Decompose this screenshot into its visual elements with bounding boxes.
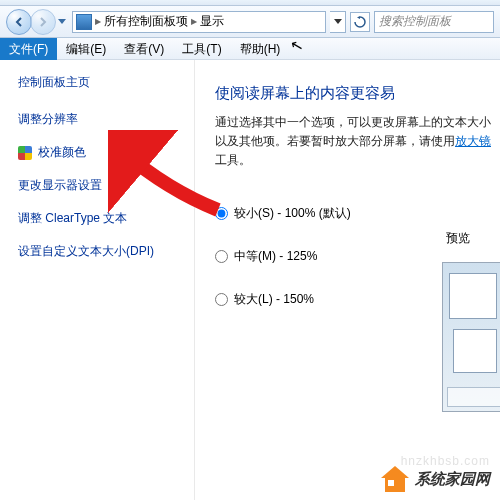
navigation-bar: ▶ 所有控制面板项 ▶ 显示 搜索控制面板 [0, 6, 500, 38]
sidebar-heading[interactable]: 控制面板主页 [18, 74, 184, 91]
preview-label: 预览 [446, 230, 470, 247]
preview-window-icon [453, 329, 497, 373]
sidebar-item-calibrate[interactable]: 校准颜色 [18, 144, 184, 161]
house-icon [381, 466, 409, 492]
option-label: 较大(L) - 150% [234, 291, 314, 308]
radio-medium[interactable] [215, 250, 228, 263]
option-label: 较小(S) - 100% (默认) [234, 205, 351, 222]
sidebar-item-label: 校准颜色 [38, 144, 86, 161]
breadcrumb-item[interactable]: 显示 [200, 13, 224, 30]
menu-tools[interactable]: 工具(T) [173, 38, 230, 60]
sidebar-item-label: 设置自定义文本大小(DPI) [18, 243, 154, 260]
sidebar-item-monitor[interactable]: 更改显示器设置 [18, 177, 184, 194]
sidebar-item-label: 更改显示器设置 [18, 177, 102, 194]
preview-window-icon [449, 273, 497, 319]
shield-icon [18, 146, 32, 160]
arrow-left-icon [13, 16, 25, 28]
desc-text: 通过选择其中一个选项，可以更改屏幕上的文本大小以及其他项。若要暂时放大部分屏幕，… [215, 115, 491, 148]
breadcrumb-dropdown[interactable] [330, 11, 346, 33]
search-placeholder: 搜索控制面板 [379, 13, 451, 30]
menu-bar: 文件(F) 编辑(E) 查看(V) 工具(T) 帮助(H) [0, 38, 500, 60]
menu-file[interactable]: 文件(F) [0, 38, 57, 60]
breadcrumb-item[interactable]: 所有控制面板项 [104, 13, 188, 30]
forward-button[interactable] [30, 9, 56, 35]
sidebar-item-label: 调整 ClearType 文本 [18, 210, 127, 227]
magnifier-link[interactable]: 放大镜 [455, 134, 491, 148]
nav-buttons [6, 9, 68, 35]
preview-taskbar-icon [447, 387, 500, 407]
desc-text: 工具。 [215, 153, 251, 167]
menu-view[interactable]: 查看(V) [115, 38, 173, 60]
control-panel-icon [76, 14, 92, 30]
radio-large[interactable] [215, 293, 228, 306]
option-label: 中等(M) - 125% [234, 248, 317, 265]
chevron-down-icon [58, 19, 66, 25]
chevron-down-icon [334, 19, 342, 24]
body: 控制面板主页 调整分辨率 校准颜色 更改显示器设置 调整 ClearType 文… [0, 60, 500, 500]
arrow-right-icon [37, 16, 49, 28]
refresh-button[interactable] [350, 12, 370, 32]
menu-edit[interactable]: 编辑(E) [57, 38, 115, 60]
sidebar-item-resolution[interactable]: 调整分辨率 [18, 111, 184, 128]
breadcrumb-sep-icon: ▶ [95, 17, 101, 26]
brand-text: 系统家园网 [415, 470, 490, 489]
history-dropdown[interactable] [56, 9, 68, 35]
back-button[interactable] [6, 9, 32, 35]
sidebar-item-dpi[interactable]: 设置自定义文本大小(DPI) [18, 243, 184, 260]
search-input[interactable]: 搜索控制面板 [374, 11, 494, 33]
breadcrumb-sep-icon: ▶ [191, 17, 197, 26]
sidebar-item-label: 调整分辨率 [18, 111, 78, 128]
content-pane: 使阅读屏幕上的内容更容易 通过选择其中一个选项，可以更改屏幕上的文本大小以及其他… [195, 60, 500, 500]
breadcrumb[interactable]: ▶ 所有控制面板项 ▶ 显示 [72, 11, 326, 33]
preview-thumbnail [442, 262, 500, 412]
page-title: 使阅读屏幕上的内容更容易 [215, 84, 492, 103]
radio-small[interactable] [215, 207, 228, 220]
refresh-icon [354, 16, 366, 28]
sidebar-item-cleartype[interactable]: 调整 ClearType 文本 [18, 210, 184, 227]
sidebar: 控制面板主页 调整分辨率 校准颜色 更改显示器设置 调整 ClearType 文… [0, 60, 195, 500]
option-small[interactable]: 较小(S) - 100% (默认) [215, 205, 492, 222]
brand-logo: 系统家园网 [381, 466, 490, 492]
page-description: 通过选择其中一个选项，可以更改屏幕上的文本大小以及其他项。若要暂时放大部分屏幕，… [215, 113, 492, 171]
menu-help[interactable]: 帮助(H) [231, 38, 290, 60]
